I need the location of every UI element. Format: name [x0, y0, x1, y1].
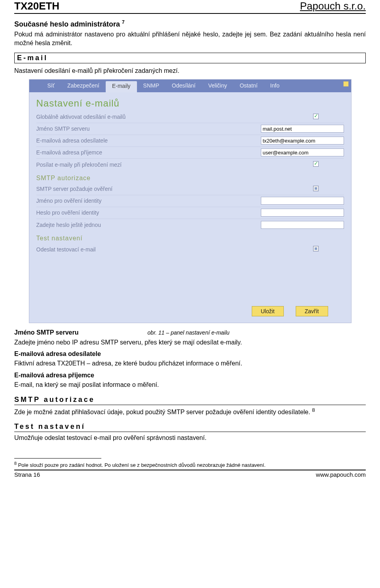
email-row: Globálně aktivovat odesílání e-mailů: [36, 111, 344, 123]
row-label: Posílat e-maily při překročení mezí: [36, 162, 313, 168]
footer-page: Strana 16: [14, 471, 40, 478]
row-label: Globálně aktivovat odesílání e-mailů: [36, 114, 313, 120]
auth-row: Heslo pro ověření identity: [36, 207, 344, 219]
auth-row: SMTP server požaduje ověření: [36, 183, 344, 195]
tab-zabezpečení[interactable]: Zabezpečení: [61, 80, 106, 92]
recipient-title: E-mailová adresa příjemce: [14, 372, 366, 379]
auth-input[interactable]: [261, 197, 344, 205]
test-para: Umožňuje odeslat testovací e-mail pro ov…: [14, 434, 366, 442]
test-checkbox[interactable]: [313, 246, 319, 251]
auth-checkbox[interactable]: [313, 186, 319, 191]
footnote: 8 Pole slouží pouze pro zadání hodnot. P…: [14, 461, 366, 468]
row-label: Heslo pro ověření identity: [36, 209, 261, 216]
auth-input[interactable]: [261, 221, 344, 229]
smtp-name-para: Zadejte jméno nebo IP adresu SMTP server…: [14, 338, 366, 347]
email-intro: Nastavení odesílání e-mailů při překroče…: [14, 67, 366, 75]
auth-heading: SMTP autorizace: [14, 396, 366, 405]
close-icon[interactable]: [343, 81, 349, 87]
test-row: Odeslat testovací e-mail: [36, 244, 344, 255]
row-label: SMTP server požaduje ověření: [36, 186, 313, 192]
sec1-sup: 7: [122, 19, 125, 25]
email-checkbox[interactable]: [313, 114, 319, 119]
panel-title: Nastavení e-mailů: [36, 98, 344, 109]
email-row: E-mailová adresa příjemce: [36, 147, 344, 159]
auth-subtitle: SMTP autorizace: [36, 175, 344, 182]
auth-para: Zde je možné zadat přihlašovací údaje, p…: [14, 407, 366, 417]
footer-url: www.papouch.com: [316, 471, 366, 478]
email-row: Jméno SMTP serveru: [36, 123, 344, 135]
close-button[interactable]: Zavřít: [296, 306, 328, 316]
email-input[interactable]: [261, 137, 344, 145]
figure-caption: obr. 11 – panel nastavení e-mailu: [78, 329, 298, 336]
tab-info[interactable]: Info: [264, 80, 286, 92]
page-footer: Strana 16 www.papouch.com: [14, 470, 366, 478]
row-label: Jméno SMTP serveru: [36, 126, 261, 132]
test-heading: Test nastavení: [14, 422, 366, 432]
sec1-title: Současné heslo administrátora 7: [14, 19, 366, 29]
email-heading: E-mail: [14, 53, 366, 63]
tab-snmp[interactable]: SNMP: [137, 80, 165, 92]
tab-e-maily[interactable]: E-maily: [106, 81, 137, 92]
recipient-para: E-mail, na který se mají posílat informa…: [14, 381, 366, 389]
email-checkbox[interactable]: [313, 161, 319, 167]
smtp-name-title: Jméno SMTP serveru: [14, 329, 78, 336]
auth-row: Jméno pro ověření identity: [36, 195, 344, 207]
email-input[interactable]: [261, 125, 344, 133]
sender-title: E-mailová adresa odesílatele: [14, 350, 366, 358]
auth-row: Zadejte heslo ještě jednou: [36, 219, 344, 231]
email-row: Posílat e-maily při překročení mezí: [36, 159, 344, 171]
email-settings-panel-screenshot: SíťZabezpečeníE-mailySNMPOdesíláníVeliči…: [29, 79, 352, 323]
row-label: Odeslat testovací e-mail: [36, 246, 313, 253]
email-row: E-mailová adresa odesílatele: [36, 135, 344, 147]
product-name: TX20ETH: [14, 0, 59, 12]
footnote-rule: [14, 458, 101, 459]
tabbar: SíťZabezpečeníE-mailySNMPOdesíláníVeliči…: [29, 80, 351, 92]
row-label: Jméno pro ověření identity: [36, 198, 261, 204]
sec1-title-text: Současné heslo administrátora: [14, 20, 120, 28]
email-input[interactable]: [261, 148, 344, 156]
auth-input[interactable]: [261, 209, 344, 217]
sender-para: Fiktivní adresa TX20ETH – adresa, ze kte…: [14, 359, 366, 368]
tab-veličiny[interactable]: Veličiny: [202, 80, 233, 92]
save-button[interactable]: Uložit: [252, 306, 284, 316]
tab-odesílání[interactable]: Odesílání: [165, 80, 202, 92]
row-label: Zadejte heslo ještě jednou: [36, 222, 261, 228]
row-label: E-mailová adresa příjemce: [36, 149, 261, 156]
page-header: TX20ETH Papouch s.r.o.: [14, 0, 366, 14]
row-label: E-mailová adresa odesílatele: [36, 137, 261, 144]
company-name: Papouch s.r.o.: [300, 0, 366, 12]
tab-ostatní[interactable]: Ostatní: [233, 80, 264, 92]
tab-síť[interactable]: Síť: [41, 80, 61, 92]
test-subtitle: Test nastavení: [36, 235, 344, 242]
sec1-para: Pokud má administrátor nastaveno pro akt…: [14, 30, 366, 47]
